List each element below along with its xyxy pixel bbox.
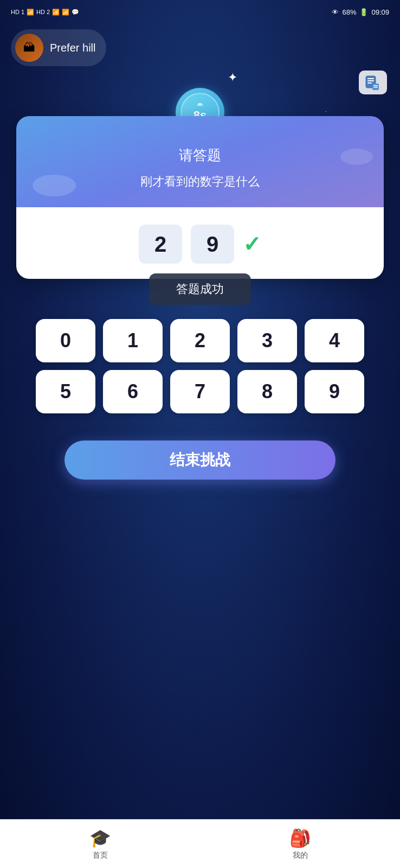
svg-rect-2 xyxy=(367,80,374,81)
avatar: 🏔 xyxy=(15,34,43,62)
answer-digit-2: 9 xyxy=(191,225,234,264)
svg-rect-1 xyxy=(367,78,374,79)
num-btn-3[interactable]: 3 xyxy=(237,319,297,362)
bottom-nav: 🎓 首页 🎒 我的 xyxy=(0,819,400,868)
nav-home[interactable]: 🎓 首页 xyxy=(89,828,111,860)
num-btn-4[interactable]: 4 xyxy=(305,319,364,362)
num-btn-7[interactable]: 7 xyxy=(170,370,230,413)
num-btn-8[interactable]: 8 xyxy=(237,370,297,413)
answer-digit-1: 2 xyxy=(139,225,182,264)
carrier-info: HD 1 📶 HD 2 📶 📶 💬 xyxy=(11,9,79,16)
svg-rect-3 xyxy=(367,82,372,84)
profile-name: Prefer hill xyxy=(50,42,95,54)
success-toast: 答题成功 xyxy=(0,279,400,305)
num-btn-5[interactable]: 5 xyxy=(36,370,95,413)
wifi-icon: 📶 xyxy=(62,9,69,16)
end-challenge-button[interactable]: 结束挑战 xyxy=(64,441,336,480)
svg-rect-5 xyxy=(373,85,378,86)
mine-icon: 🎒 xyxy=(289,828,311,848)
avatar-icon: 🏔 xyxy=(23,41,35,55)
num-btn-2[interactable]: 2 xyxy=(170,319,230,362)
numpad-row-1: 0 1 2 3 4 xyxy=(36,319,364,362)
time-label: 09:09 xyxy=(371,8,389,16)
home-icon: 🎓 xyxy=(89,828,111,848)
status-right: 👁 68% 🔋 09:09 xyxy=(332,8,389,16)
quiz-answer-section: 2 9 ✓ xyxy=(16,207,384,279)
check-icon: ✓ xyxy=(243,232,261,257)
carrier1-label: HD 1 xyxy=(11,9,24,15)
quiz-question: 刚才看到的数字是什么 xyxy=(33,174,367,190)
mine-label: 我的 xyxy=(293,851,308,860)
quiz-prompt: 请答题 xyxy=(33,146,367,165)
num-btn-0[interactable]: 0 xyxy=(36,319,95,362)
nav-mine[interactable]: 🎒 我的 xyxy=(289,828,311,860)
num-btn-9[interactable]: 9 xyxy=(305,370,364,413)
end-button-wrapper: 结束挑战 xyxy=(0,441,400,480)
carrier2-label: HD 2 xyxy=(36,9,50,15)
signal-icon: 📶 xyxy=(27,9,34,16)
wechat-icon: 💬 xyxy=(72,9,79,16)
num-btn-1[interactable]: 1 xyxy=(103,319,163,362)
profile-card[interactable]: 🏔 Prefer hill xyxy=(11,29,106,66)
numpad-row-2: 5 6 7 8 9 xyxy=(36,370,364,413)
battery-icon: 🔋 xyxy=(359,8,368,16)
eye-icon: 👁 xyxy=(332,8,339,16)
home-label: 首页 xyxy=(93,851,108,860)
signal2-icon: 📶 xyxy=(52,9,60,16)
svg-rect-8 xyxy=(197,105,203,106)
quiz-top-section: 请答题 刚才看到的数字是什么 xyxy=(16,116,384,207)
num-btn-6[interactable]: 6 xyxy=(103,370,163,413)
status-bar: HD 1 📶 HD 2 📶 📶 💬 👁 68% 🔋 09:09 xyxy=(0,0,400,24)
toast-message: 答题成功 xyxy=(149,273,251,305)
numpad: 0 1 2 3 4 5 6 7 8 9 xyxy=(22,319,378,413)
battery-label: 68% xyxy=(342,8,356,16)
quiz-card: 请答题 刚才看到的数字是什么 2 9 ✓ xyxy=(16,116,384,279)
